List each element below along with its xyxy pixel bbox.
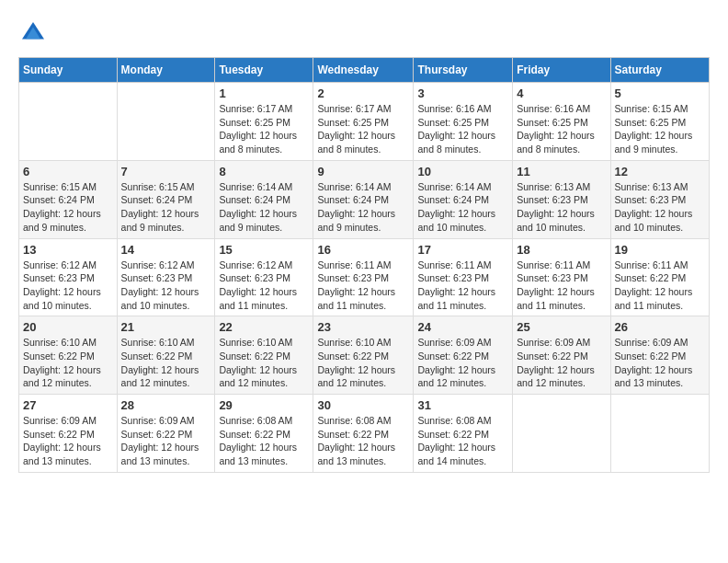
day-number: 1 (219, 86, 309, 100)
day-number: 20 (23, 320, 113, 334)
calendar-week: 20Sunrise: 6:10 AM Sunset: 6:22 PM Dayli… (19, 316, 710, 395)
calendar-cell: 10Sunrise: 6:14 AM Sunset: 6:24 PM Dayli… (414, 160, 513, 238)
calendar-cell: 19Sunrise: 6:11 AM Sunset: 6:22 PM Dayli… (610, 238, 709, 316)
calendar-cell: 11Sunrise: 6:13 AM Sunset: 6:23 PM Dayli… (513, 160, 610, 238)
calendar-cell: 24Sunrise: 6:09 AM Sunset: 6:22 PM Dayli… (414, 316, 513, 395)
day-info: Sunrise: 6:09 AM Sunset: 6:22 PM Dayligh… (517, 336, 606, 390)
day-info: Sunrise: 6:10 AM Sunset: 6:22 PM Dayligh… (121, 336, 211, 390)
calendar-cell: 23Sunrise: 6:10 AM Sunset: 6:22 PM Dayli… (313, 316, 414, 395)
calendar-cell: 18Sunrise: 6:11 AM Sunset: 6:23 PM Dayli… (513, 238, 610, 316)
weekday-header: Monday (117, 58, 215, 83)
calendar-cell (19, 83, 118, 161)
day-info: Sunrise: 6:11 AM Sunset: 6:23 PM Dayligh… (417, 259, 508, 313)
calendar-cell: 20Sunrise: 6:10 AM Sunset: 6:22 PM Dayli… (19, 316, 118, 395)
day-number: 21 (121, 320, 211, 334)
day-info: Sunrise: 6:13 AM Sunset: 6:23 PM Dayligh… (517, 180, 606, 235)
calendar-cell: 25Sunrise: 6:09 AM Sunset: 6:22 PM Dayli… (513, 316, 610, 395)
calendar-cell (117, 83, 215, 161)
calendar-cell (610, 395, 709, 473)
day-number: 28 (121, 398, 211, 412)
weekday-header: Tuesday (215, 58, 313, 83)
day-number: 24 (417, 320, 508, 334)
page-header (18, 18, 710, 48)
day-info: Sunrise: 6:13 AM Sunset: 6:23 PM Dayligh… (615, 180, 705, 235)
calendar-cell: 5Sunrise: 6:15 AM Sunset: 6:25 PM Daylig… (610, 83, 709, 161)
weekday-header: Saturday (610, 58, 709, 83)
calendar-cell: 3Sunrise: 6:16 AM Sunset: 6:25 PM Daylig… (414, 83, 513, 161)
day-number: 31 (417, 398, 508, 412)
weekday-header: Wednesday (313, 58, 414, 83)
day-number: 8 (219, 165, 309, 178)
calendar-cell: 15Sunrise: 6:12 AM Sunset: 6:23 PM Dayli… (215, 238, 313, 316)
calendar-header: SundayMondayTuesdayWednesdayThursdayFrid… (19, 58, 710, 83)
weekday-header: Thursday (414, 58, 513, 83)
calendar-body: 1Sunrise: 6:17 AM Sunset: 6:25 PM Daylig… (19, 83, 710, 473)
calendar-cell: 7Sunrise: 6:15 AM Sunset: 6:24 PM Daylig… (117, 160, 215, 238)
day-number: 9 (317, 165, 409, 178)
logo-icon (18, 18, 48, 48)
day-info: Sunrise: 6:12 AM Sunset: 6:23 PM Dayligh… (23, 259, 113, 313)
logo (18, 18, 51, 48)
day-info: Sunrise: 6:09 AM Sunset: 6:22 PM Dayligh… (615, 336, 705, 390)
day-number: 12 (615, 165, 705, 178)
calendar-cell: 31Sunrise: 6:08 AM Sunset: 6:22 PM Dayli… (414, 395, 513, 473)
day-info: Sunrise: 6:09 AM Sunset: 6:22 PM Dayligh… (23, 414, 113, 468)
calendar-cell: 29Sunrise: 6:08 AM Sunset: 6:22 PM Dayli… (215, 395, 313, 473)
day-number: 5 (615, 86, 705, 100)
day-info: Sunrise: 6:12 AM Sunset: 6:23 PM Dayligh… (121, 259, 211, 313)
day-number: 14 (121, 243, 211, 257)
day-info: Sunrise: 6:11 AM Sunset: 6:22 PM Dayligh… (615, 259, 705, 313)
calendar-cell: 8Sunrise: 6:14 AM Sunset: 6:24 PM Daylig… (215, 160, 313, 238)
calendar-cell: 21Sunrise: 6:10 AM Sunset: 6:22 PM Dayli… (117, 316, 215, 395)
day-number: 18 (517, 243, 606, 257)
day-number: 19 (615, 243, 705, 257)
day-info: Sunrise: 6:17 AM Sunset: 6:25 PM Dayligh… (219, 102, 309, 156)
day-info: Sunrise: 6:08 AM Sunset: 6:22 PM Dayligh… (317, 414, 409, 468)
calendar-cell: 12Sunrise: 6:13 AM Sunset: 6:23 PM Dayli… (610, 160, 709, 238)
day-info: Sunrise: 6:15 AM Sunset: 6:24 PM Dayligh… (23, 180, 113, 235)
calendar-cell: 2Sunrise: 6:17 AM Sunset: 6:25 PM Daylig… (313, 83, 414, 161)
calendar-week: 6Sunrise: 6:15 AM Sunset: 6:24 PM Daylig… (19, 160, 710, 238)
day-info: Sunrise: 6:15 AM Sunset: 6:25 PM Dayligh… (615, 102, 705, 156)
calendar-cell: 9Sunrise: 6:14 AM Sunset: 6:24 PM Daylig… (313, 160, 414, 238)
day-number: 11 (517, 165, 606, 178)
day-number: 2 (317, 86, 409, 100)
day-info: Sunrise: 6:14 AM Sunset: 6:24 PM Dayligh… (219, 180, 309, 235)
day-number: 13 (23, 243, 113, 257)
day-info: Sunrise: 6:09 AM Sunset: 6:22 PM Dayligh… (417, 336, 508, 390)
calendar-cell: 17Sunrise: 6:11 AM Sunset: 6:23 PM Dayli… (414, 238, 513, 316)
day-number: 17 (417, 243, 508, 257)
day-info: Sunrise: 6:09 AM Sunset: 6:22 PM Dayligh… (121, 414, 211, 468)
day-number: 27 (23, 398, 113, 412)
day-info: Sunrise: 6:14 AM Sunset: 6:24 PM Dayligh… (417, 180, 508, 235)
day-number: 26 (615, 320, 705, 334)
calendar-week: 1Sunrise: 6:17 AM Sunset: 6:25 PM Daylig… (19, 83, 710, 161)
day-info: Sunrise: 6:10 AM Sunset: 6:22 PM Dayligh… (23, 336, 113, 390)
weekday-header: Sunday (19, 58, 118, 83)
calendar-cell: 4Sunrise: 6:16 AM Sunset: 6:25 PM Daylig… (513, 83, 610, 161)
day-number: 16 (317, 243, 409, 257)
day-info: Sunrise: 6:16 AM Sunset: 6:25 PM Dayligh… (417, 102, 508, 156)
day-info: Sunrise: 6:17 AM Sunset: 6:25 PM Dayligh… (317, 102, 409, 156)
day-number: 10 (417, 165, 508, 178)
day-number: 25 (517, 320, 606, 334)
calendar: SundayMondayTuesdayWednesdayThursdayFrid… (18, 57, 710, 473)
day-info: Sunrise: 6:10 AM Sunset: 6:22 PM Dayligh… (219, 336, 309, 390)
calendar-cell: 14Sunrise: 6:12 AM Sunset: 6:23 PM Dayli… (117, 238, 215, 316)
day-info: Sunrise: 6:12 AM Sunset: 6:23 PM Dayligh… (219, 259, 309, 313)
day-number: 23 (317, 320, 409, 334)
weekday-header: Friday (513, 58, 610, 83)
day-info: Sunrise: 6:08 AM Sunset: 6:22 PM Dayligh… (219, 414, 309, 468)
calendar-cell (513, 395, 610, 473)
day-info: Sunrise: 6:15 AM Sunset: 6:24 PM Dayligh… (121, 180, 211, 235)
calendar-cell: 13Sunrise: 6:12 AM Sunset: 6:23 PM Dayli… (19, 238, 118, 316)
calendar-week: 13Sunrise: 6:12 AM Sunset: 6:23 PM Dayli… (19, 238, 710, 316)
calendar-cell: 27Sunrise: 6:09 AM Sunset: 6:22 PM Dayli… (19, 395, 118, 473)
day-info: Sunrise: 6:16 AM Sunset: 6:25 PM Dayligh… (517, 102, 606, 156)
day-number: 30 (317, 398, 409, 412)
calendar-cell: 26Sunrise: 6:09 AM Sunset: 6:22 PM Dayli… (610, 316, 709, 395)
calendar-cell: 1Sunrise: 6:17 AM Sunset: 6:25 PM Daylig… (215, 83, 313, 161)
day-info: Sunrise: 6:11 AM Sunset: 6:23 PM Dayligh… (517, 259, 606, 313)
calendar-cell: 30Sunrise: 6:08 AM Sunset: 6:22 PM Dayli… (313, 395, 414, 473)
day-info: Sunrise: 6:08 AM Sunset: 6:22 PM Dayligh… (417, 414, 508, 468)
